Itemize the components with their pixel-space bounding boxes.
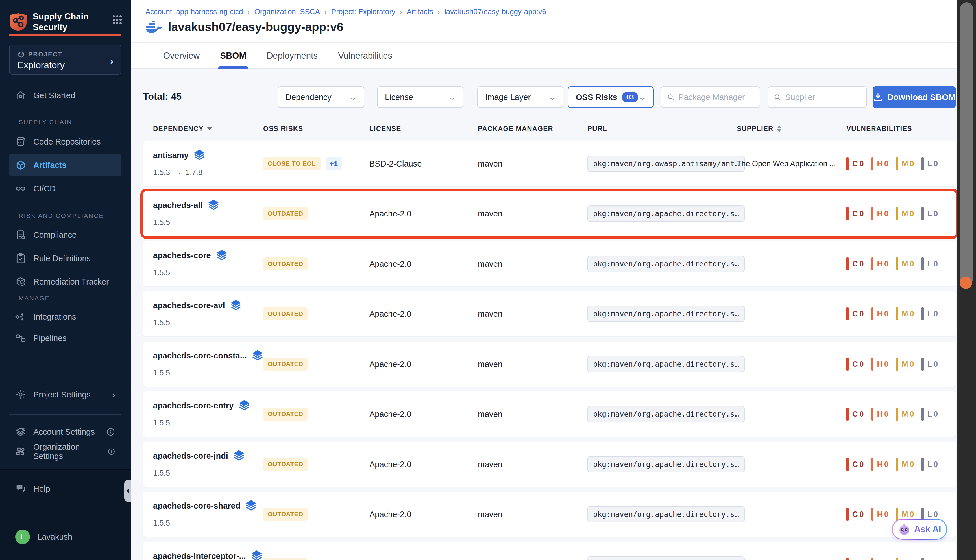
sidebar-item-account-settings[interactable]: Account Settings xyxy=(9,420,122,443)
purl-chip[interactable]: pkg:maven/org.apache.directory.s… xyxy=(587,506,745,522)
tab-sbom[interactable]: SBOM xyxy=(220,43,246,69)
purl-chip[interactable]: pkg:maven/org.apache.directory.s… xyxy=(587,205,745,222)
purl-chip[interactable]: pkg:maven/org.apache.directory.s… xyxy=(587,356,745,372)
sidebar-item-code-repositories[interactable]: </> Code Repositories xyxy=(9,130,122,153)
breadcrumb-artifact-name[interactable]: lavakush07/easy-buggy-app:v6 xyxy=(444,7,546,16)
sidebar-item-label: Remediation Tracker xyxy=(33,277,109,287)
license-filter-select[interactable]: License⌄ xyxy=(377,87,463,108)
sidebar-item-get-started[interactable]: Get Started xyxy=(9,84,122,107)
sidebar-item-rule-definitions[interactable]: Rule Definitions xyxy=(9,247,122,270)
column-license: LICENSE xyxy=(369,125,401,133)
vuln-l-count: L0 xyxy=(921,458,939,471)
license-cell: Apache-2.0 xyxy=(369,542,411,560)
purl-chip[interactable]: pkg:maven/org.apache.directory.s… xyxy=(587,256,745,272)
notification-dot xyxy=(959,277,972,289)
supplier-input[interactable] xyxy=(785,93,861,102)
vuln-h-count: H0 xyxy=(871,408,889,420)
purl-cell: pkg:maven/org.apache.directory.s… xyxy=(587,442,745,487)
package-manager-search xyxy=(661,87,760,108)
vuln-m-count: M0 xyxy=(896,458,915,471)
chevron-down-icon: ⌄ xyxy=(349,93,358,102)
dependency-name: apacheds-core-shared xyxy=(153,501,240,511)
app-logo: Supply ChainSecurity xyxy=(9,11,122,33)
app-grid-icon[interactable] xyxy=(112,15,122,25)
sidebar-item-project-settings[interactable]: Project Settings › xyxy=(9,383,122,406)
tab-deployments[interactable]: Deployments xyxy=(267,43,318,69)
scrollbar-thumb[interactable] xyxy=(960,2,973,285)
dependency-cell: apacheds-core-consta... 1.5.5 xyxy=(153,350,264,377)
sidebar-item-pipelines[interactable]: Pipelines xyxy=(9,327,122,350)
sidebar: Supply ChainSecurity PROJECT Exploratory… xyxy=(0,0,131,560)
app-title: Supply ChainSecurity xyxy=(33,11,89,33)
table-row[interactable]: apacheds-core-jndi 1.5.5 OUTDATED Apache… xyxy=(143,442,956,487)
tab-overview[interactable]: Overview xyxy=(163,43,200,69)
version: 1.5.5 xyxy=(153,469,245,478)
sidebar-item-remediation-tracker[interactable]: Remediation Tracker xyxy=(9,270,122,293)
table-row[interactable]: apacheds-core-consta... 1.5.5 OUTDATED A… xyxy=(143,342,956,387)
purl-chip[interactable]: pkg:maven/org.apache.directory.s… xyxy=(587,556,745,560)
risk-extra-badge[interactable]: +1 xyxy=(325,157,342,170)
search-icon xyxy=(667,93,674,101)
sort-icon xyxy=(777,126,781,132)
breadcrumb-organization[interactable]: Organization: SSCA xyxy=(254,7,320,16)
vuln-m-count: M0 xyxy=(896,307,915,320)
sidebar-item-artifacts[interactable]: Artifacts xyxy=(9,154,122,177)
tab-vulnerabilities[interactable]: Vulnerabilities xyxy=(338,43,392,69)
download-sbom-button[interactable]: Download SBOM xyxy=(873,87,956,108)
layers-icon xyxy=(251,350,264,361)
purl-chip[interactable]: pkg:maven/org.owasp.antisamy/ant… xyxy=(587,155,745,172)
sidebar-footer: ? Help L Lavakush xyxy=(0,469,131,560)
screen: Supply ChainSecurity PROJECT Exploratory… xyxy=(0,0,976,560)
info-icon[interactable] xyxy=(108,447,115,456)
purl-chip[interactable]: pkg:maven/org.apache.directory.s… xyxy=(587,306,745,322)
oss-risks-count-badge: 03 xyxy=(622,92,639,102)
column-supplier[interactable]: SUPPLIER xyxy=(737,125,781,133)
filter-row: Total: 45 Dependency⌄ License⌄ Image Lay… xyxy=(131,87,958,108)
image-layer-filter-select[interactable]: Image Layer⌄ xyxy=(477,87,564,108)
sidebar-item-label: Help xyxy=(33,484,50,494)
vuln-c-count: C0 xyxy=(846,257,864,270)
column-dependency[interactable]: DEPENDENCY xyxy=(153,125,212,133)
vulnerabilities-cell: C0H0M0L0 xyxy=(846,241,945,287)
project-name: Exploratory xyxy=(18,60,65,70)
purl-chip[interactable]: pkg:maven/org.apache.directory.s… xyxy=(587,406,745,422)
version: 1.5.5 xyxy=(153,268,228,277)
sidebar-item-compliance[interactable]: Compliance xyxy=(9,223,122,246)
breadcrumb-artifacts[interactable]: Artifacts xyxy=(407,7,433,16)
table-row[interactable]: antisamy 1.5.3→1.7.8 CLOSE TO EOL +1 BSD… xyxy=(143,141,956,186)
version: 1.5.5 xyxy=(153,418,250,427)
vuln-c-count: C0 xyxy=(846,408,864,420)
sidebar-item-user[interactable]: L Lavakush xyxy=(9,525,122,548)
sidebar-item-integrations[interactable]: Integrations xyxy=(9,305,122,328)
table-row[interactable]: apacheds-interceptor-... 1.5.5 OUTDATED … xyxy=(143,542,956,560)
infinity-icon xyxy=(15,183,26,194)
table-row-highlighted[interactable]: apacheds-all 1.5.5 OUTDATED Apache-2.0 m… xyxy=(143,191,956,236)
table-row[interactable]: apacheds-core 1.5.5 OUTDATED Apache-2.0 … xyxy=(143,241,956,287)
breadcrumb-project[interactable]: Project: Exploratory xyxy=(331,7,395,16)
sidebar-item-help[interactable]: ? Help xyxy=(9,478,122,500)
integrations-icon xyxy=(15,311,26,322)
table-row[interactable]: apacheds-core-entry 1.5.5 OUTDATED Apach… xyxy=(143,392,956,437)
info-icon[interactable] xyxy=(106,427,115,437)
purl-chip[interactable]: pkg:maven/org.apache.directory.s… xyxy=(587,456,745,472)
purl-cell: pkg:maven/org.apache.directory.s… xyxy=(587,291,745,337)
risk-badge: CLOSE TO EOL xyxy=(263,157,320,170)
sidebar-item-label: Compliance xyxy=(33,230,77,240)
breadcrumb-account[interactable]: Account: app-harness-ng-cicd xyxy=(145,7,243,16)
table-row[interactable]: apacheds-core-shared 1.5.5 OUTDATED Apac… xyxy=(143,492,956,537)
vuln-c-count: C0 xyxy=(846,207,864,220)
dependency-filter-select[interactable]: Dependency⌄ xyxy=(278,87,364,108)
project-selector[interactable]: PROJECT Exploratory › xyxy=(9,45,122,75)
sidebar-collapse-handle[interactable] xyxy=(124,480,131,502)
risk-badge: OUTDATED xyxy=(263,408,307,420)
sidebar-item-label: Project Settings xyxy=(33,390,91,399)
sidebar-item-cicd[interactable]: CI/CD xyxy=(9,177,122,200)
license-cell: Apache-2.0 xyxy=(369,492,411,537)
oss-risks-filter-select[interactable]: OSS Risks 03 ⌄ xyxy=(568,87,654,108)
ask-ai-button[interactable]: Ask AI xyxy=(892,519,947,540)
package-manager-cell: maven xyxy=(478,492,502,537)
table-row[interactable]: apacheds-core-avl 1.5.5 OUTDATED Apache-… xyxy=(143,291,956,337)
clipboard-check-icon xyxy=(15,253,26,263)
package-manager-input[interactable] xyxy=(678,93,754,102)
sidebar-item-organization-settings[interactable]: Organization Settings xyxy=(9,440,122,463)
